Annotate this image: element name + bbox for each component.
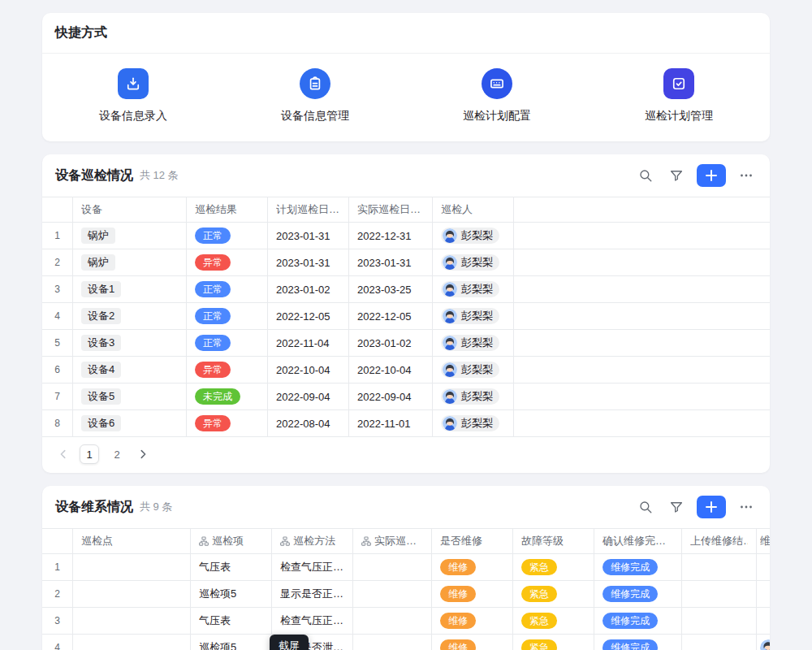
page-button-2[interactable]: 2 — [107, 444, 127, 464]
device-cell[interactable]: 设备5 — [73, 384, 187, 410]
point-cell[interactable] — [73, 554, 191, 581]
actual-date-cell[interactable]: 2022-09-04 — [349, 384, 433, 410]
result-cell[interactable]: 未完成 — [187, 384, 268, 410]
repair-cell[interactable]: 维修 — [432, 608, 513, 635]
upload-cell[interactable] — [682, 581, 757, 608]
filter-icon[interactable] — [666, 496, 687, 518]
item-cell[interactable]: 巡检项5 — [191, 581, 272, 608]
inspector-cell[interactable]: 彭梨梨 — [433, 223, 514, 249]
result-cell[interactable]: 异常 — [187, 410, 268, 437]
more-icon[interactable] — [736, 165, 757, 186]
add-record-button[interactable] — [697, 164, 726, 187]
upload-cell[interactable] — [682, 635, 757, 650]
confirm-cell[interactable]: 维修完成 — [594, 554, 682, 581]
chevron-left-icon[interactable] — [55, 446, 71, 462]
planned-date-cell[interactable]: 2022-10-04 — [268, 357, 349, 384]
shortcut-item-4[interactable]: 巡检计划管理 — [588, 68, 770, 124]
repair-cell[interactable]: 维修 — [432, 581, 513, 608]
extra-cell[interactable] — [757, 608, 770, 635]
planned-date-cell[interactable]: 2023-01-31 — [268, 223, 349, 249]
inspection-column-header-3[interactable]: 计划巡检日… — [268, 197, 349, 223]
maintenance-column-header-8[interactable]: 上传维修结… — [682, 529, 757, 554]
point-cell[interactable] — [73, 635, 191, 650]
actual-date-cell[interactable]: 2022-11-01 — [349, 410, 433, 437]
repair-cell[interactable]: 维修 — [432, 554, 513, 581]
inspection-column-header-5[interactable]: 巡检人 — [433, 197, 514, 223]
method-cell[interactable]: 显示是否正… — [272, 581, 353, 608]
actual-cell[interactable] — [353, 581, 432, 608]
confirm-cell[interactable]: 维修完成 — [594, 635, 682, 650]
maintenance-column-header-2[interactable]: 巡检项 — [191, 529, 272, 554]
item-cell[interactable]: 巡检项5 — [191, 635, 272, 650]
result-cell[interactable]: 正常 — [187, 276, 268, 303]
extra-cell[interactable] — [757, 581, 770, 608]
actual-date-cell[interactable]: 2023-03-25 — [349, 276, 433, 303]
inspector-cell[interactable]: 彭梨梨 — [433, 384, 514, 410]
upload-cell[interactable] — [682, 608, 757, 635]
inspector-cell[interactable]: 彭梨梨 — [433, 249, 514, 276]
shortcut-item-1[interactable]: 设备信息录入 — [42, 68, 224, 124]
extra-cell[interactable] — [757, 635, 770, 650]
chevron-right-icon[interactable] — [135, 446, 151, 462]
result-cell[interactable]: 正常 — [187, 330, 268, 357]
inspector-cell[interactable]: 彭梨梨 — [433, 357, 514, 384]
planned-date-cell[interactable]: 2022-12-05 — [268, 303, 349, 330]
maintenance-column-header-9[interactable]: 维 — [757, 529, 770, 554]
shortcut-item-3[interactable]: 巡检计划配置 — [406, 68, 588, 124]
inspector-cell[interactable]: 彭梨梨 — [433, 410, 514, 437]
page-button-1[interactable]: 1 — [80, 444, 99, 464]
actual-cell[interactable] — [353, 608, 432, 635]
maintenance-column-header-6[interactable]: 故障等级 — [513, 529, 594, 554]
shortcut-item-2[interactable]: 设备信息管理 — [224, 68, 406, 124]
level-cell[interactable]: 紧急 — [513, 635, 594, 650]
device-cell[interactable]: 设备4 — [73, 357, 187, 384]
point-cell[interactable] — [73, 608, 191, 635]
method-cell[interactable]: 检查气压正… — [272, 554, 353, 581]
inspector-cell[interactable]: 彭梨梨 — [433, 276, 514, 303]
actual-date-cell[interactable]: 2022-12-31 — [349, 223, 433, 249]
filter-icon[interactable] — [666, 165, 687, 186]
point-cell[interactable] — [73, 581, 191, 608]
add-record-button[interactable] — [697, 496, 726, 518]
maintenance-column-header-5[interactable]: 是否维修 — [432, 529, 513, 554]
repair-cell[interactable]: 维修 — [432, 635, 513, 650]
item-cell[interactable]: 气压表 — [191, 554, 272, 581]
actual-cell[interactable] — [353, 635, 432, 650]
planned-date-cell[interactable]: 2022-09-04 — [268, 384, 349, 410]
result-cell[interactable]: 正常 — [187, 223, 268, 249]
method-cell[interactable]: 检查气压正… — [272, 608, 353, 635]
planned-date-cell[interactable]: 2022-11-04 — [268, 330, 349, 357]
device-cell[interactable]: 设备3 — [73, 330, 187, 357]
device-cell[interactable]: 锅炉 — [73, 223, 187, 249]
maintenance-column-header-1[interactable]: 巡检点 — [73, 529, 191, 554]
level-cell[interactable]: 紧急 — [513, 554, 594, 581]
device-cell[interactable]: 锅炉 — [73, 249, 187, 276]
device-cell[interactable]: 设备1 — [73, 276, 187, 303]
inspector-cell[interactable]: 彭梨梨 — [433, 303, 514, 330]
planned-date-cell[interactable]: 2023-01-31 — [268, 249, 349, 276]
level-cell[interactable]: 紧急 — [513, 581, 594, 608]
maintenance-column-header-7[interactable]: 确认维修完… — [594, 529, 682, 554]
level-cell[interactable]: 紧急 — [513, 608, 594, 635]
maintenance-column-header-4[interactable]: 实际巡… — [353, 529, 432, 554]
item-cell[interactable]: 气压表 — [191, 608, 272, 635]
planned-date-cell[interactable]: 2022-08-04 — [268, 410, 349, 437]
extra-cell[interactable] — [757, 554, 770, 581]
confirm-cell[interactable]: 维修完成 — [594, 608, 682, 635]
device-cell[interactable]: 设备2 — [73, 303, 187, 330]
search-icon[interactable] — [635, 165, 656, 186]
planned-date-cell[interactable]: 2023-01-02 — [268, 276, 349, 303]
inspection-column-header-1[interactable]: 设备 — [73, 197, 187, 223]
actual-cell[interactable] — [353, 554, 432, 581]
maintenance-column-header-3[interactable]: 巡检方法 — [272, 529, 353, 554]
actual-date-cell[interactable]: 2023-01-31 — [349, 249, 433, 276]
upload-cell[interactable] — [682, 554, 757, 581]
search-icon[interactable] — [635, 496, 656, 518]
inspection-column-header-4[interactable]: 实际巡检日… — [349, 197, 433, 223]
inspector-cell[interactable]: 彭梨梨 — [433, 330, 514, 357]
result-cell[interactable]: 异常 — [187, 249, 268, 276]
confirm-cell[interactable]: 维修完成 — [594, 581, 682, 608]
actual-date-cell[interactable]: 2023-01-02 — [349, 330, 433, 357]
result-cell[interactable]: 正常 — [187, 303, 268, 330]
actual-date-cell[interactable]: 2022-12-05 — [349, 303, 433, 330]
